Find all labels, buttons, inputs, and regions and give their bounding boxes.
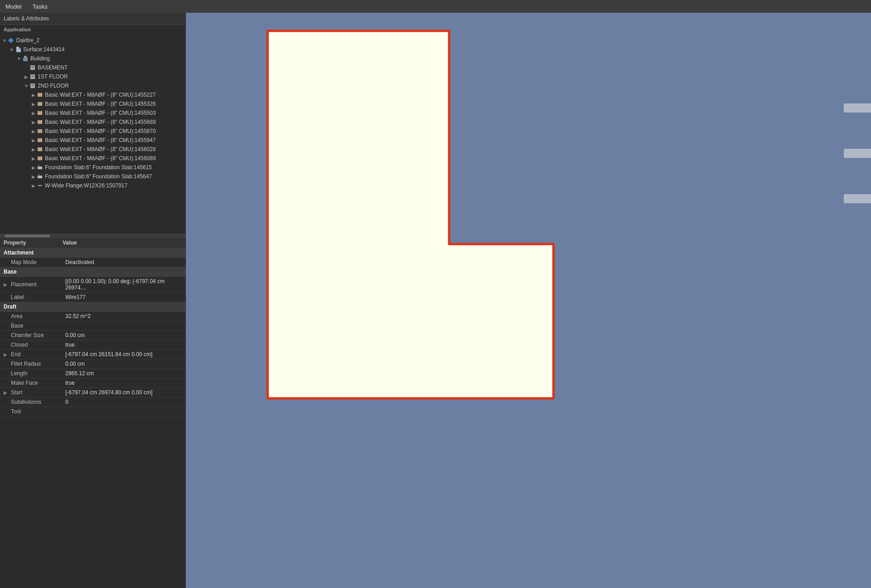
prop-row-subdivisions[interactable]: Subdivisions0 xyxy=(0,397,186,407)
tree-label-wall7: Basic Wall:EXT - M8AØF - (8" CMU):145602… xyxy=(45,146,156,152)
tree-icon-wall8 xyxy=(36,155,44,162)
tree-item-2ndfloor[interactable]: ▼2ND FLOOR xyxy=(0,81,186,90)
prop-row-start[interactable]: ▶Start[-6797.04 cm 26974.80 cm 0.00 cm] xyxy=(0,388,186,397)
floor-plan-container xyxy=(259,22,631,407)
tree-label-wall1: Basic Wall:EXT - M8AØF - (8" CMU):145522… xyxy=(45,92,156,98)
prop-toggle[interactable]: ▶ xyxy=(4,390,9,395)
prop-value-label: [-6797.04 cm 26974.80 cm 0.00 cm] xyxy=(65,389,182,396)
panel-header-label: Labels & Attributes xyxy=(4,15,49,22)
floor-plan-svg xyxy=(259,22,631,407)
prop-section-base: Base xyxy=(0,267,186,277)
prop-row-area[interactable]: Area32.52 m^2 xyxy=(0,312,186,321)
tree-item-basement[interactable]: BASEMENT xyxy=(0,63,186,72)
prop-row-label[interactable]: LabelWire177 xyxy=(0,293,186,302)
prop-toggle[interactable]: ▶ xyxy=(4,282,9,287)
tree-label-wall2: Basic Wall:EXT - M8AØF - (8" CMU):145532… xyxy=(45,101,156,107)
tree-icon-wall3 xyxy=(36,109,44,117)
prop-name-label: Area xyxy=(11,313,65,319)
tree-toggle-building[interactable]: ▼ xyxy=(16,56,22,61)
prop-value-label: true xyxy=(65,380,182,386)
viewport[interactable] xyxy=(186,13,871,588)
tree-toggle-basement[interactable] xyxy=(24,65,29,70)
sidebar-handle-1[interactable] xyxy=(844,103,871,113)
prop-row-make-face[interactable]: Make Facetrue xyxy=(0,378,186,388)
tree-item-surface[interactable]: ▼Surface:1443414 xyxy=(0,45,186,54)
svg-marker-0 xyxy=(8,38,14,43)
prop-value-label: true xyxy=(65,342,182,348)
tree-toggle-wall7[interactable]: ▶ xyxy=(31,147,36,152)
prop-row-map-mode[interactable]: Map ModeDeactivated xyxy=(0,258,186,267)
sidebar-handles xyxy=(844,103,871,203)
tree-item-wall8[interactable]: ▶Basic Wall:EXT - M8AØF - (8" CMU):14560… xyxy=(0,154,186,163)
sidebar-handle-2[interactable] xyxy=(844,149,871,158)
menu-model[interactable]: Model xyxy=(4,2,23,11)
tree-item-1stfloor[interactable]: ▶1ST FLOOR xyxy=(0,72,186,81)
tree-label-wall8: Basic Wall:EXT - M8AØF - (8" CMU):145608… xyxy=(45,155,156,162)
tree-icon-slab2 xyxy=(36,173,44,180)
properties-panel[interactable]: Property Value AttachmentMap ModeDeactiv… xyxy=(0,237,186,588)
tree-item-wall6[interactable]: ▶Basic Wall:EXT - M8AØF - (8" CMU):14559… xyxy=(0,136,186,145)
prop-row-chamfer-size[interactable]: Chamfer Size0.00 cm xyxy=(0,331,186,340)
prop-value-label: [-6797.04 cm 26151.84 cm 0.00 cm] xyxy=(65,351,182,358)
tree-icon-wall1 xyxy=(36,91,44,98)
tree-toggle-slab2[interactable]: ▶ xyxy=(31,174,36,179)
tree-label-1stfloor: 1ST FLOOR xyxy=(38,74,68,80)
tree-panel[interactable]: ▼Oakfire_2▼Surface:1443414▼Building BASE… xyxy=(0,34,186,234)
tree-toggle-beam1[interactable]: ▶ xyxy=(31,183,36,188)
tree-toggle-surface[interactable]: ▼ xyxy=(9,47,15,52)
tree-scrollbar-thumb[interactable] xyxy=(5,235,50,237)
sidebar-handle-3[interactable] xyxy=(844,194,871,203)
tree-toggle-oakfire2[interactable]: ▼ xyxy=(2,38,7,43)
svg-rect-2 xyxy=(24,56,27,58)
prop-row-end[interactable]: ▶End[-6797.04 cm 26151.84 cm 0.00 cm] xyxy=(0,350,186,359)
prop-row-base[interactable]: Base xyxy=(0,321,186,331)
tree-item-oakfire2[interactable]: ▼Oakfire_2 xyxy=(0,36,186,45)
prop-section-label-base: Base xyxy=(4,269,17,275)
prop-name-label: Subdivisions xyxy=(11,399,65,405)
prop-name-label: Base xyxy=(11,323,65,329)
prop-name-label: Closed xyxy=(11,342,65,348)
tree-item-wall2[interactable]: ▶Basic Wall:EXT - M8AØF - (8" CMU):14553… xyxy=(0,99,186,108)
tree-item-slab2[interactable]: ▶Foundation Slab:6" Foundation Slab:1456… xyxy=(0,172,186,181)
tree-horizontal-scrollbar[interactable] xyxy=(0,234,186,237)
tree-label-beam1: W-Wide Flange:W12X26:1507917 xyxy=(45,182,127,189)
prop-name-label: Make Face xyxy=(11,380,65,386)
tree-item-building[interactable]: ▼Building xyxy=(0,54,186,63)
prop-name-label: Label xyxy=(11,294,65,300)
tree-label-oakfire2: Oakfire_2 xyxy=(16,37,39,44)
prop-value-label: [(0.00 0.00 1.00); 0.00 deg; (-6797.04 c… xyxy=(65,278,182,291)
prop-toggle[interactable]: ▶ xyxy=(4,352,9,357)
prop-row-placement[interactable]: ▶Placement[(0.00 0.00 1.00); 0.00 deg; (… xyxy=(0,277,186,293)
tree-icon-wall6 xyxy=(36,137,44,144)
tree-icon-building xyxy=(22,55,29,62)
tree-toggle-wall4[interactable]: ▶ xyxy=(31,119,36,125)
tree-toggle-wall5[interactable]: ▶ xyxy=(31,128,36,134)
tree-toggle-wall3[interactable]: ▶ xyxy=(31,110,36,116)
tree-toggle-1stfloor[interactable]: ▶ xyxy=(24,74,29,79)
prop-section-attachment: Attachment xyxy=(0,248,186,258)
tree-item-wall4[interactable]: ▶Basic Wall:EXT - M8AØF - (8" CMU):14556… xyxy=(0,118,186,127)
tree-label-building: Building xyxy=(30,55,50,62)
tree-icon-wall5 xyxy=(36,127,44,135)
tree-label-wall3: Basic Wall:EXT - M8AØF - (8" CMU):145550… xyxy=(45,110,156,116)
tree-item-slab1[interactable]: ▶Foundation Slab:6" Foundation Slab:1456… xyxy=(0,163,186,172)
tree-toggle-wall2[interactable]: ▶ xyxy=(31,101,36,107)
prop-row-fillet-radius[interactable]: Fillet Radius0.00 cm xyxy=(0,359,186,369)
tree-toggle-wall8[interactable]: ▶ xyxy=(31,156,36,161)
tree-item-beam1[interactable]: ▶W-Wide Flange:W12X26:1507917 xyxy=(0,181,186,190)
prop-row-closed[interactable]: Closedtrue xyxy=(0,340,186,350)
tree-icon-oakfire2 xyxy=(7,37,15,44)
tree-toggle-slab1[interactable]: ▶ xyxy=(31,165,36,170)
prop-row-length[interactable]: Length2865.12 cm xyxy=(0,369,186,378)
tree-item-wall1[interactable]: ▶Basic Wall:EXT - M8AØF - (8" CMU):14552… xyxy=(0,90,186,99)
prop-header-row: Property Value xyxy=(0,238,186,248)
tree-toggle-wall6[interactable]: ▶ xyxy=(31,137,36,143)
tree-item-wall5[interactable]: ▶Basic Wall:EXT - M8AØF - (8" CMU):14558… xyxy=(0,127,186,136)
tree-toggle-wall1[interactable]: ▶ xyxy=(31,92,36,98)
tree-item-wall7[interactable]: ▶Basic Wall:EXT - M8AØF - (8" CMU):14560… xyxy=(0,145,186,154)
prop-row-tool[interactable]: Tool xyxy=(0,407,186,416)
prop-value-label: 0 xyxy=(65,399,182,405)
tree-item-wall3[interactable]: ▶Basic Wall:EXT - M8AØF - (8" CMU):14555… xyxy=(0,108,186,118)
menu-tasks[interactable]: Tasks xyxy=(30,2,49,11)
tree-toggle-2ndfloor[interactable]: ▼ xyxy=(24,83,29,88)
